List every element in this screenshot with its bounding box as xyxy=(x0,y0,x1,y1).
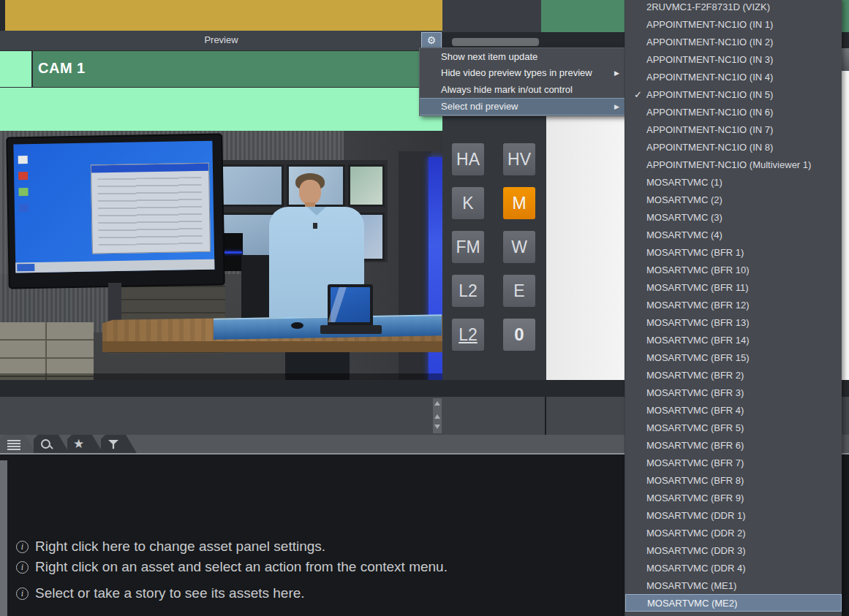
ndi-source-item[interactable]: ✓ MOSARTVMC (BFR 5) xyxy=(625,419,842,436)
ndi-source-item[interactable]: ✓ APPOINTMENT-NC1IO (IN 7) xyxy=(625,121,842,138)
ndi-source-label: MOSARTVMC (ME2) xyxy=(647,598,737,609)
ndi-source-item[interactable]: ✓ MOSARTVMC (ME3) xyxy=(625,612,842,616)
menu-item-label: Show next item update xyxy=(441,51,537,62)
tab-search[interactable] xyxy=(34,435,70,455)
ndi-source-item[interactable]: ✓ APPOINTMENT-NC1IO (IN 3) xyxy=(625,50,842,68)
submenu-arrow-icon: ▶ xyxy=(614,69,619,77)
ndi-source-item[interactable]: ✓ MOSARTVMC (ME2) xyxy=(625,594,842,612)
menu-item-label: Select ndi preview xyxy=(441,101,518,112)
laptop-base xyxy=(320,325,382,334)
ndi-source-item[interactable]: ✓ APPOINTMENT-NC1IO (Multiviewer 1) xyxy=(625,156,842,173)
ndi-source-item[interactable]: ✓ MOSARTVMC (4) xyxy=(625,226,842,243)
ndi-source-label: MOSARTVMC (BFR 15) xyxy=(646,352,750,363)
ndi-source-item[interactable]: ✓ 2RUVMC1-F2F8731D (VIZK) xyxy=(625,0,842,15)
ndi-source-item[interactable]: ✓ MOSARTVMC (BFR 13) xyxy=(625,313,842,331)
ndi-source-item[interactable]: ✓ MOSARTVMC (BFR 11) xyxy=(625,278,842,296)
tab-list[interactable] xyxy=(0,435,37,455)
ndi-source-item[interactable]: ✓ APPOINTMENT-NC1IO (IN 1) xyxy=(625,15,842,33)
ndi-source-item[interactable]: ✓ MOSARTVMC (ME1) xyxy=(625,577,842,594)
tab-filter[interactable] xyxy=(101,435,137,455)
ndi-source-item[interactable]: ✓ MOSARTVMC (BFR 15) xyxy=(625,349,842,366)
shortcut-button[interactable]: M xyxy=(503,187,535,219)
menu-item[interactable]: Always hide mark in/out control ▶ xyxy=(420,81,625,98)
mini-scrollbar[interactable] xyxy=(433,398,442,433)
ndi-source-item[interactable]: ✓ APPOINTMENT-NC1IO (IN 8) xyxy=(625,138,842,156)
ndi-source-item[interactable]: ✓ MOSARTVMC (DDR 3) xyxy=(625,541,842,559)
menu-item-label: Hide video preview types in preview xyxy=(441,67,592,78)
camera-label: CAM 1 xyxy=(38,60,86,77)
ndi-source-item[interactable]: ✓ MOSARTVMC (BFR 1) xyxy=(625,243,842,261)
computer-mouse xyxy=(291,322,303,329)
preview-video xyxy=(0,131,442,380)
collapsed-button[interactable] xyxy=(452,38,539,46)
ndi-source-label: MOSARTVMC (DDR 1) xyxy=(646,510,746,521)
ndi-source-label: MOSARTVMC (DDR 4) xyxy=(646,563,746,574)
ndi-source-item[interactable]: ✓ MOSARTVMC (BFR 2) xyxy=(625,366,842,384)
ndi-source-item[interactable]: ✓ MOSARTVMC (2) xyxy=(625,191,842,208)
ndi-source-item[interactable]: ✓ MOSARTVMC (BFR 10) xyxy=(625,261,842,278)
shortcut-button[interactable]: 0 xyxy=(503,319,535,351)
ndi-source-item[interactable]: ✓ MOSARTVMC (BFR 4) xyxy=(625,401,842,419)
desk-front xyxy=(102,341,442,352)
shortcut-button[interactable]: HA xyxy=(452,143,484,175)
ndi-source-item[interactable]: ✓ APPOINTMENT-NC1IO (IN 4) xyxy=(625,68,842,85)
shortcut-button[interactable]: FM xyxy=(452,231,484,263)
file-cabinets xyxy=(0,322,94,380)
tab-favorites[interactable]: ★ xyxy=(67,435,104,455)
check-icon: ✓ xyxy=(630,89,646,100)
blueprint-frame xyxy=(348,164,385,207)
desktop-icon xyxy=(18,156,28,164)
camera-row[interactable] xyxy=(33,51,442,87)
shortcut-button[interactable]: E xyxy=(503,275,535,307)
ndi-source-item[interactable]: ✓ MOSARTVMC (BFR 9) xyxy=(625,489,842,506)
shortcut-button-grid: HAHVKMFMWL2EL20 xyxy=(452,143,535,351)
ndi-source-label: MOSARTVMC (BFR 14) xyxy=(646,335,750,346)
info-line: i Select or take a story to see its asse… xyxy=(16,585,305,602)
laptop-screen xyxy=(328,284,373,328)
floor-shadow xyxy=(0,373,442,380)
ndi-source-item[interactable]: ✓ APPOINTMENT-NC1IO (IN 2) xyxy=(625,33,842,50)
up-arrow-icon[interactable] xyxy=(434,401,440,406)
shortcut-button[interactable]: L2 xyxy=(452,275,484,307)
ndi-source-item[interactable]: ✓ MOSARTVMC (BFR 3) xyxy=(625,384,842,401)
camera-subrow[interactable] xyxy=(0,88,442,131)
menu-item[interactable]: Select ndi preview ▶ xyxy=(420,98,625,116)
up-arrow-icon[interactable] xyxy=(434,414,440,419)
ndi-source-item[interactable]: ✓ MOSARTVMC (BFR 14) xyxy=(625,331,842,349)
ndi-source-item[interactable]: ✓ MOSARTVMC (BFR 7) xyxy=(625,454,842,471)
ndi-source-label: MOSARTVMC (1) xyxy=(646,177,722,188)
shortcut-button[interactable]: HV xyxy=(503,143,535,175)
panel-divider xyxy=(545,397,546,435)
ndi-source-item[interactable]: ✓ MOSARTVMC (BFR 12) xyxy=(625,296,842,313)
shortcut-button[interactable]: K xyxy=(452,187,484,219)
menu-item[interactable]: Hide video preview types in preview ▶ xyxy=(420,65,625,82)
shortcut-button[interactable]: W xyxy=(503,231,535,263)
ndi-source-label: APPOINTMENT-NC1IO (IN 6) xyxy=(646,107,773,118)
preview-title: Preview xyxy=(0,34,442,45)
info-text: Select or take a story to see its assets… xyxy=(35,585,305,601)
gear-icon[interactable]: ⚙ xyxy=(421,32,442,48)
menu-item[interactable]: Show next item update ▶ xyxy=(420,48,625,65)
ndi-source-item[interactable]: ✓ MOSARTVMC (BFR 6) xyxy=(625,436,842,454)
blueprint-frame xyxy=(219,164,284,207)
info-text: Right click here to change asset panel s… xyxy=(35,539,325,555)
lav-mic xyxy=(313,223,317,229)
down-arrow-icon[interactable] xyxy=(434,425,440,429)
shortcut-button[interactable]: L2 xyxy=(452,319,484,351)
ndi-source-item[interactable]: ✓ MOSARTVMC (DDR 4) xyxy=(625,559,842,577)
studio-monitor xyxy=(6,133,225,289)
ndi-source-item[interactable]: ✓ MOSARTVMC (3) xyxy=(625,208,842,226)
ndi-source-label: APPOINTMENT-NC1IO (IN 2) xyxy=(646,37,773,47)
ndi-source-item[interactable]: ✓ MOSARTVMC (BFR 8) xyxy=(625,471,842,489)
ndi-source-label: APPOINTMENT-NC1IO (IN 1) xyxy=(646,19,773,30)
ndi-source-label: MOSARTVMC (BFR 6) xyxy=(646,440,744,451)
list-icon xyxy=(7,440,20,450)
ndi-source-item[interactable]: ✓ APPOINTMENT-NC1IO (IN 6) xyxy=(625,103,842,121)
ndi-source-item[interactable]: ✓ MOSARTVMC (DDR 2) xyxy=(625,524,842,541)
ndi-source-label: APPOINTMENT-NC1IO (IN 3) xyxy=(646,54,773,65)
ndi-source-item[interactable]: ✓ APPOINTMENT-NC1IO (IN 5) xyxy=(625,85,842,103)
ndi-source-label: MOSARTVMC (BFR 9) xyxy=(646,493,744,503)
ndi-source-item[interactable]: ✓ MOSARTVMC (1) xyxy=(625,173,842,191)
ndi-source-item[interactable]: ✓ MOSARTVMC (DDR 1) xyxy=(625,506,842,524)
desktop-icon xyxy=(18,172,28,180)
